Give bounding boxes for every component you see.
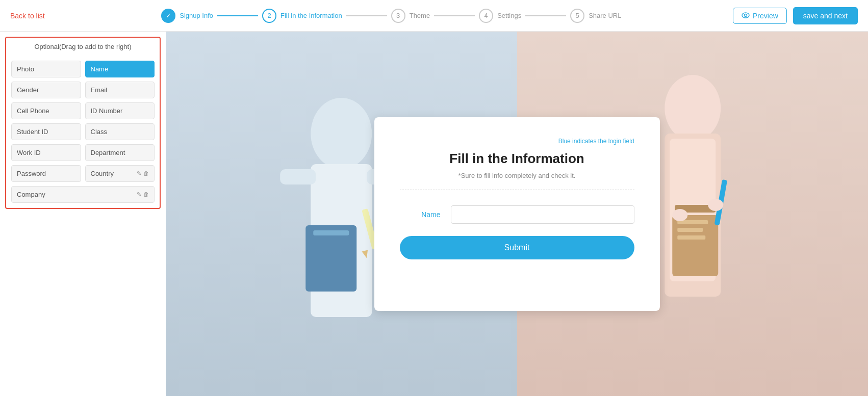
country-actions: ✎ 🗑 <box>137 170 149 177</box>
svg-point-1 <box>745 14 747 16</box>
sidebar-panel: Optional(Drag to add to the right) Photo… <box>5 37 161 209</box>
connector-2-3 <box>346 15 387 16</box>
sidebar-item-work-id[interactable]: Work ID <box>11 144 81 161</box>
step-5: 5 Share URL <box>570 9 621 23</box>
step-5-number: 5 <box>576 12 579 19</box>
step-3-circle: 3 <box>391 9 405 23</box>
svg-rect-18 <box>677 235 705 240</box>
sidebar-item-gender[interactable]: Gender <box>11 82 81 98</box>
step-2-number: 2 <box>267 12 271 19</box>
step-4-label: Settings <box>497 12 521 19</box>
content-area: Blue indicates the login field Fill in t… <box>166 32 868 396</box>
svg-point-21 <box>708 199 723 211</box>
step-5-label: Share URL <box>589 12 621 19</box>
step-3-number: 3 <box>396 12 400 19</box>
company-actions: ✎ 🗑 <box>137 191 149 198</box>
name-field-row: Name <box>400 205 634 224</box>
sidebar-item-photo[interactable]: Photo <box>11 61 81 77</box>
svg-rect-17 <box>677 228 703 232</box>
sidebar-item-password[interactable]: Password <box>11 165 81 182</box>
svg-point-3 <box>311 98 372 169</box>
main-layout: Optional(Drag to add to the right) Photo… <box>0 32 868 396</box>
country-delete-icon[interactable]: 🗑 <box>143 170 149 177</box>
sidebar-item-student-id[interactable]: Student ID <box>11 123 81 140</box>
form-card: Blue indicates the login field Fill in t… <box>374 117 660 311</box>
sidebar-item-country[interactable]: Country ✎ 🗑 <box>85 165 155 182</box>
step-3-label: Theme <box>410 12 430 19</box>
blue-hint-text: Blue indicates the login field <box>400 138 634 145</box>
header-actions: Preview save and next <box>733 7 858 24</box>
sidebar-item-class[interactable]: Class <box>85 123 155 140</box>
submit-button[interactable]: Submit <box>400 236 634 259</box>
form-divider <box>400 190 634 190</box>
step-2-circle: 2 <box>262 9 276 23</box>
step-2: 2 Fill in the Information <box>262 9 342 23</box>
sidebar-grid: Photo Name Gender Email Cell Phone ID Nu… <box>11 61 155 182</box>
preview-label: Preview <box>753 12 778 20</box>
connector-4-5 <box>525 15 566 16</box>
sidebar-item-email[interactable]: Email <box>85 82 155 98</box>
step-4-number: 4 <box>484 12 488 19</box>
connector-3-4 <box>434 15 475 16</box>
back-to-list-link[interactable]: Back to list <box>10 12 45 20</box>
company-edit-icon[interactable]: ✎ <box>137 191 141 198</box>
sidebar-item-department[interactable]: Department <box>85 144 155 161</box>
form-subtitle: *Sure to fill info completely and check … <box>400 172 634 179</box>
checkmark-icon: ✓ <box>166 12 171 19</box>
sidebar-item-id-number[interactable]: ID Number <box>85 102 155 119</box>
step-2-label: Fill in the Information <box>280 12 342 19</box>
stepper: ✓ Signup Info 2 Fill in the Information … <box>60 9 723 23</box>
header: Back to list ✓ Signup Info 2 Fill in the… <box>0 0 868 32</box>
step-1-circle: ✓ <box>161 9 175 23</box>
save-next-button[interactable]: save and next <box>793 7 858 24</box>
country-edit-icon[interactable]: ✎ <box>137 170 141 177</box>
sidebar-item-name[interactable]: Name <box>85 61 155 77</box>
sidebar-title: Optional(Drag to add to the right) <box>11 43 155 55</box>
step-4: 4 Settings <box>479 9 521 23</box>
sidebar-item-company[interactable]: Company ✎ 🗑 <box>11 186 155 203</box>
name-field-label: Name <box>400 210 441 219</box>
preview-icon <box>742 12 750 20</box>
svg-point-11 <box>665 75 721 141</box>
step-4-circle: 4 <box>479 9 493 23</box>
sidebar-item-cell-phone[interactable]: Cell Phone <box>11 102 81 119</box>
preview-button[interactable]: Preview <box>733 8 787 24</box>
connector-1-2 <box>217 15 258 16</box>
step-5-circle: 5 <box>570 9 584 23</box>
form-title: Fill in the Information <box>400 151 634 167</box>
step-1-label: Signup Info <box>180 12 213 19</box>
svg-rect-8 <box>313 230 349 235</box>
name-input[interactable] <box>451 205 634 224</box>
step-1: ✓ Signup Info <box>161 9 213 23</box>
company-delete-icon[interactable]: 🗑 <box>143 191 149 198</box>
svg-point-0 <box>742 13 749 18</box>
svg-point-20 <box>672 209 687 221</box>
svg-rect-5 <box>280 169 316 184</box>
step-3: 3 Theme <box>391 9 430 23</box>
